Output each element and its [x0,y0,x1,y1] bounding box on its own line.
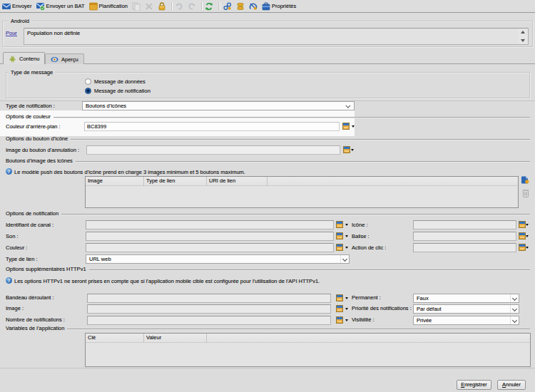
image-input[interactable] [87,304,331,314]
background-color-input[interactable]: BC8399 [84,122,340,131]
toolbar: Envoyer Envoyer un BAT Planification [0,0,535,13]
picker-arrow-icon[interactable] [351,149,354,151]
chevron-down-icon [510,305,519,313]
col-type-lien[interactable]: Type de lien [146,177,175,184]
cancel-image-input[interactable] [86,145,340,155]
notification-type-dropdown[interactable]: Boutons d’icônes [82,101,355,110]
redo-button[interactable] [188,2,196,11]
picker-arrow-icon[interactable] [345,308,348,310]
refresh-button[interactable] [205,2,213,11]
background-color-label: Couleur d’arrière-plan : [6,123,61,130]
balise-label: Balise : [352,233,370,239]
copy-button[interactable] [132,2,141,11]
cancel-button[interactable]: Annuler [497,380,526,390]
picker-arrow-icon[interactable] [352,125,355,128]
tab-contenu[interactable]: Contenu [3,52,45,64]
send-button[interactable]: Envoyer [2,2,32,11]
picker-icon[interactable] [519,232,526,239]
link-button[interactable] [223,2,232,11]
pour-link[interactable]: Pour [6,30,17,36]
picker-icon[interactable] [519,244,526,251]
couleur-label: Couleur : [6,244,27,251]
undo-button[interactable] [175,2,183,11]
col-cle[interactable]: Clé [88,334,96,341]
delete-button[interactable] [145,2,153,11]
picker-icon[interactable] [342,123,350,130]
picker-arrow-icon[interactable] [526,224,529,226]
picker-arrow-icon[interactable] [345,247,348,249]
picker-icon[interactable] [336,316,343,324]
undo-icon [175,2,183,11]
visibilite-dropdown[interactable]: Privée [413,316,519,325]
gold-box-button[interactable] [236,2,245,11]
tab-apercu[interactable]: Aperçu [45,53,84,64]
balise-input[interactable] [413,232,516,241]
priorite-dropdown[interactable]: Par défaut [413,304,519,314]
picker-icon[interactable] [336,221,343,228]
son-input[interactable] [86,232,334,241]
app-variables-legend: Variables de l’application [6,325,64,331]
briefcase-icon [262,2,270,11]
schedule-button-label: Planification [99,3,128,9]
notification-type-label: Type de notification : [6,103,55,109]
scroll-down-icon[interactable] [519,36,528,44]
send-mail-icon [2,2,11,11]
table-edit-icon[interactable] [521,175,530,185]
properties-button-label: Propriétés [272,3,296,9]
app-variables-table[interactable]: Clé Valeur [85,333,531,367]
unlink-button[interactable] [249,2,258,11]
android-groupbox-legend: Android [9,18,31,24]
lock-button[interactable] [158,2,166,11]
picker-arrow-icon[interactable] [345,297,348,299]
chevron-down-icon [510,294,519,302]
notification-type-value: Boutons d’icônes [86,103,126,109]
picker-arrow-icon[interactable] [345,235,348,237]
radio-message-donnees[interactable] [85,78,91,85]
couleur-input[interactable] [86,243,334,252]
priorite-label: Priorité des notifications : [352,305,412,311]
picker-arrow-icon[interactable] [345,319,348,321]
picker-icon[interactable] [336,232,343,239]
column-separator [206,334,207,343]
icon-button-options-legend: Options du bouton d’icône [6,135,68,142]
httpv1-info: Les options HTTPv1 ne seront prises en c… [14,278,320,284]
picker-icon[interactable] [519,221,526,228]
picker-arrow-icon[interactable] [526,235,529,237]
send-proof-button-label: Envoyer un BAT [46,3,85,9]
picker-arrow-icon[interactable] [345,224,348,226]
send-button-label: Envoyer [12,3,32,9]
toolbar-separator [201,2,202,10]
scroll-up-icon[interactable] [519,29,528,36]
picker-icon[interactable] [336,244,343,251]
picker-icon[interactable] [336,305,343,312]
properties-button[interactable]: Propriétés [262,2,296,11]
type-lien-dropdown[interactable]: URL web [86,254,350,264]
col-valeur[interactable]: Valeur [146,334,161,341]
picker-arrow-icon[interactable] [526,247,529,249]
icon-image-buttons-table[interactable]: Image Type de lien URI de lien [85,176,519,208]
population-scrollbar[interactable] [519,29,528,44]
send-proof-button[interactable]: Envoyer un BAT [36,2,85,11]
action-clic-input[interactable] [413,243,516,252]
channel-id-input[interactable] [86,220,334,229]
httpv1-options-legend: Options supplémentaires HTTPv1 [6,266,86,272]
chevron-down-icon [340,255,349,263]
nombre-notifications-input[interactable] [87,316,331,325]
picker-icon[interactable] [343,146,350,153]
bandeau-input[interactable] [87,294,331,303]
radio-message-notification[interactable] [85,88,91,94]
android-robot-icon [9,55,16,63]
icone-input[interactable] [413,220,516,229]
population-textarea[interactable]: Population non définie [24,28,529,45]
col-uri-lien[interactable]: URI de lien [209,177,235,184]
redo-icon [188,2,196,11]
col-image[interactable]: Image [88,177,103,184]
save-button[interactable]: Enregistrer [457,380,491,390]
type-lien-value: URL web [89,256,111,262]
schedule-button[interactable]: Planification [89,2,128,11]
message-type-groupbox [6,72,530,98]
picker-icon[interactable] [336,294,343,301]
table-delete-icon[interactable] [521,188,530,198]
permanent-dropdown[interactable]: Faux [413,294,519,303]
notification-options-line [61,214,530,215]
